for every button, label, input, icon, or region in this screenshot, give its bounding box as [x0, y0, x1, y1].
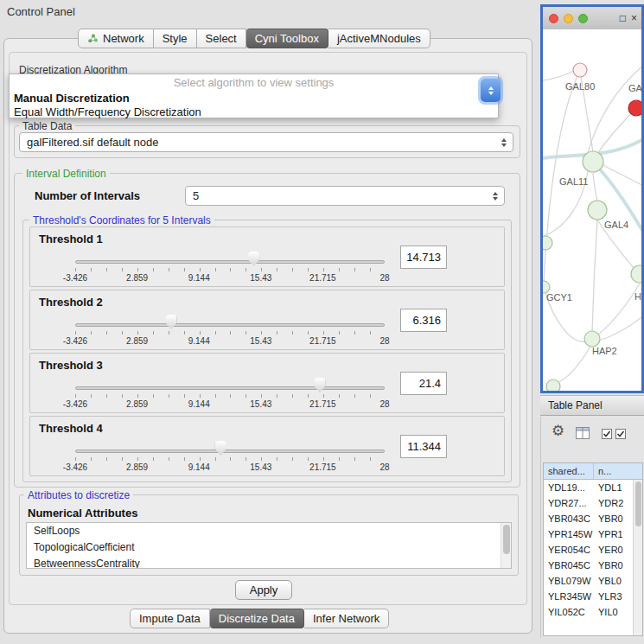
slider-scale-label: -3.426 — [49, 462, 101, 472]
slider-thumb[interactable] — [215, 441, 226, 456]
tab-jactivemnodules[interactable]: jActiveMNodules — [328, 29, 430, 48]
slider-scale-label: 15.43 — [235, 399, 287, 409]
threshold-label: Threshold 4 — [39, 422, 103, 435]
network-edge[interactable] — [543, 71, 574, 81]
slider-ticks — [75, 457, 386, 461]
slider-scale-label: 15.43 — [235, 462, 287, 472]
node-label: GAL4 — [604, 220, 628, 230]
network-edge[interactable] — [593, 173, 597, 201]
interval-definition-group-title: Interval Definition — [22, 168, 110, 180]
attribute-list-item[interactable]: SelfLoops — [27, 523, 511, 539]
tab-label: Select — [206, 32, 237, 45]
algorithm-combo-arrow-button[interactable] — [481, 79, 501, 102]
slider-scale-label: 9.144 — [173, 273, 225, 283]
slider-scale-label: 15.43 — [235, 336, 287, 346]
table-cell-shared-name: YBR045C — [544, 558, 594, 573]
table-data-combo[interactable]: galFiltered.sif default node — [19, 132, 513, 152]
network-edge[interactable] — [592, 220, 597, 332]
algorithm-option-equal-width-frequency[interactable]: Equal Width/Frequency Discretization — [10, 105, 498, 119]
table-cell-shared-name: YBL079W — [544, 573, 594, 589]
table-row[interactable]: YBL079WYBL0 — [544, 573, 642, 589]
table-row[interactable]: YER054CYER0 — [544, 542, 642, 558]
network-edge[interactable] — [602, 164, 641, 187]
slider-track[interactable] — [75, 260, 385, 264]
slider-track[interactable] — [75, 450, 385, 453]
scrollbar-thumb[interactable] — [503, 525, 510, 554]
slider-track[interactable] — [75, 386, 385, 390]
scrollbar-thumb[interactable] — [635, 481, 641, 526]
combo-stepper-icon — [493, 192, 504, 201]
close-window-icon[interactable]: × — [631, 13, 637, 23]
table-row[interactable]: YIL052CYIL0 — [544, 604, 642, 620]
slider-ticks — [75, 331, 386, 335]
table-row[interactable]: YPR145WYPR1 — [544, 526, 642, 542]
network-node-hap2[interactable] — [584, 331, 600, 347]
attributes-group-title: Attributes to discretize — [24, 489, 133, 501]
algorithm-placeholder-item[interactable]: Select algorithm to view settings — [10, 74, 498, 92]
tab-style[interactable]: Style — [154, 29, 197, 48]
network-edge[interactable] — [598, 284, 640, 335]
threshold-value-field[interactable]: 14.713 — [400, 245, 447, 269]
tab-select[interactable]: Select — [197, 29, 246, 48]
column-header-shared-name[interactable]: shared... — [544, 463, 594, 479]
network-node-gal11[interactable] — [583, 151, 603, 172]
checkbox-checked-icon[interactable] — [615, 429, 626, 439]
tab-impute-data[interactable]: Impute Data — [130, 609, 210, 628]
tab-cyni-toolbox[interactable]: Cyni Toolbox — [246, 29, 328, 48]
table-body: YDL19...YDL1YDR27...YDR2YBR043CYBR0YPR14… — [544, 480, 642, 620]
slider-thumb[interactable] — [314, 378, 325, 392]
apply-button[interactable]: Apply — [235, 580, 292, 600]
list-scrollbar[interactable] — [501, 523, 511, 568]
table-row[interactable]: YBR045CYBR0 — [544, 558, 642, 573]
slider-thumb[interactable] — [165, 315, 176, 329]
network-node-gal80[interactable] — [573, 63, 587, 77]
network-canvas-svg[interactable]: GAL80GAGAL11GAL4HGCY1HAP2 — [543, 29, 641, 391]
slider-scale-label: 9.144 — [173, 399, 225, 409]
traffic-light-zoom-icon[interactable] — [578, 14, 588, 23]
float-window-icon[interactable]: □ — [620, 13, 626, 23]
table-row[interactable]: YLR345WYLR3 — [544, 589, 642, 604]
tab-infer-network[interactable]: Infer Network — [304, 609, 389, 628]
threshold-label: Threshold 2 — [39, 296, 103, 309]
checkbox-checked-icon[interactable] — [602, 429, 612, 439]
column-header-name[interactable]: n... — [594, 463, 642, 479]
traffic-light-close-icon[interactable] — [549, 14, 558, 23]
table-cell-shared-name: YPR145W — [544, 526, 594, 542]
attribute-list-item[interactable]: TopologicalCoefficient — [27, 539, 511, 556]
gear-icon[interactable]: ⚙ — [552, 424, 564, 438]
network-node[interactable] — [543, 236, 552, 250]
slider-track[interactable] — [75, 323, 385, 327]
node-label: H — [634, 291, 641, 302]
network-canvas[interactable]: GAL80GAGAL11GAL4HGCY1HAP2 — [543, 29, 641, 391]
threshold-block-4: Threshold 4-3.4262.8599.14415.4321.71528… — [29, 416, 505, 476]
tab-network[interactable]: Network — [78, 29, 154, 48]
columns-icon[interactable] — [576, 427, 590, 440]
node-table: shared... n... YDL19...YDL1YDR27...YDR2Y… — [543, 462, 643, 636]
node-label: HAP2 — [592, 346, 617, 356]
network-node-ga[interactable] — [628, 100, 641, 116]
table-row[interactable]: YDL19...YDL1 — [544, 480, 642, 495]
slider-scale-label: 2.859 — [112, 462, 163, 472]
number-of-intervals-combo[interactable]: 5 — [185, 186, 505, 206]
table-scrollbar[interactable] — [633, 480, 642, 635]
network-node-gcy1[interactable] — [543, 281, 550, 293]
attribute-list-item[interactable]: BetweennessCentrality — [27, 556, 511, 569]
threshold-value-field[interactable]: 21.4 — [400, 372, 447, 395]
algorithm-option-manual-discretization[interactable]: Manual Discretization — [10, 92, 498, 105]
threshold-value-field[interactable]: 11.344 — [400, 435, 447, 458]
traffic-light-minimize-icon[interactable] — [564, 14, 573, 23]
network-node[interactable] — [546, 379, 560, 391]
table-header-row[interactable]: shared... n... — [544, 463, 642, 480]
table-panel-titlebar[interactable]: Table Panel — [540, 395, 644, 416]
table-row[interactable]: YDR27...YDR2 — [544, 495, 642, 511]
numerical-attributes-list[interactable]: SelfLoopsTopologicalCoefficientBetweenne… — [26, 522, 512, 569]
tab-discretize-data[interactable]: Discretize Data — [210, 609, 304, 628]
slider-thumb[interactable] — [248, 252, 259, 266]
network-node-h[interactable] — [631, 265, 641, 283]
table-data-group-title: Table Data — [19, 120, 75, 132]
network-edge[interactable] — [555, 347, 590, 384]
table-row[interactable]: YBR043CYBR0 — [544, 511, 642, 526]
threshold-value-field[interactable]: 6.316 — [400, 309, 447, 332]
network-node-gal4[interactable] — [588, 201, 607, 220]
network-view-titlebar[interactable]: □ × — [543, 7, 641, 29]
